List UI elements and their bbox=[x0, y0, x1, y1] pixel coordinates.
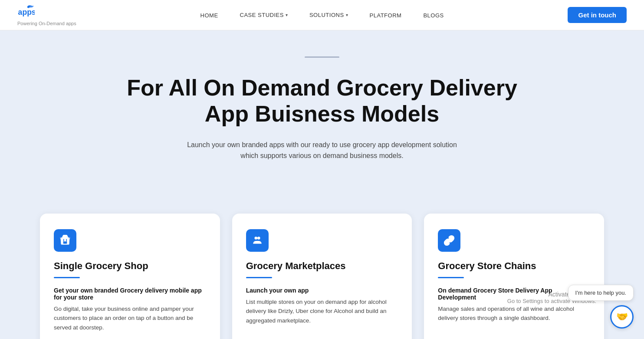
nav-home[interactable]: HOME bbox=[200, 11, 218, 19]
navbar: apps Powering On-Demand apps HOME CASE S… bbox=[0, 0, 644, 30]
chat-bubble: I'm here to help you. bbox=[568, 285, 634, 301]
solutions-chevron-down-icon: ▾ bbox=[346, 13, 348, 17]
card-grocery-marketplaces: Grocery Marketplaces Launch your own app… bbox=[232, 214, 412, 339]
chat-emoji-icon: 🤝 bbox=[616, 311, 628, 323]
nav-links: HOME CASE STUDIES ▾ SOLUTIONS ▾ PLATFORM… bbox=[200, 11, 444, 19]
link-icon-box bbox=[438, 229, 460, 252]
apps-logo-icon: apps bbox=[17, 4, 35, 20]
card-single-grocery-shop: Single Grocery Shop Get your own branded… bbox=[40, 214, 220, 339]
nav-platform-link[interactable]: PLATFORM bbox=[370, 12, 402, 19]
case-studies-chevron-down-icon: ▾ bbox=[286, 13, 288, 17]
svg-point-4 bbox=[257, 237, 260, 240]
svg-text:apps: apps bbox=[18, 8, 35, 16]
logo[interactable]: apps Powering On-Demand apps bbox=[17, 4, 76, 26]
nav-platform[interactable]: PLATFORM bbox=[370, 11, 402, 19]
nav-solutions[interactable]: SOLUTIONS ▾ bbox=[309, 12, 348, 18]
card-single-grocery-shop-title: Single Grocery Shop bbox=[54, 260, 206, 272]
nav-case-studies[interactable]: CASE STUDIES ▾ bbox=[240, 12, 288, 18]
card-grocery-marketplaces-bold: Launch your own app bbox=[246, 287, 398, 294]
chat-widget: I'm here to help you. 🤝 bbox=[568, 285, 634, 329]
svg-point-3 bbox=[254, 237, 257, 240]
logo-image: apps bbox=[17, 4, 35, 20]
nav-home-link[interactable]: HOME bbox=[200, 12, 218, 19]
chat-button[interactable]: 🤝 bbox=[610, 305, 634, 329]
nav-blogs[interactable]: BLOGS bbox=[423, 11, 444, 19]
hero-title: For All On Demand Grocery Delivery App B… bbox=[127, 75, 517, 127]
card-single-grocery-shop-text: Go digital, take your business online an… bbox=[54, 304, 206, 332]
hero-section: For All On Demand Grocery Delivery App B… bbox=[0, 30, 644, 196]
store-icon-box bbox=[54, 229, 76, 252]
hero-divider bbox=[305, 56, 339, 58]
card-grocery-marketplaces-text: List multiple stores on your on demand a… bbox=[246, 297, 398, 326]
nav-solutions-link[interactable]: SOLUTIONS bbox=[309, 12, 344, 18]
people-icon bbox=[252, 235, 263, 246]
card-grocery-store-chains-bold: On demand Grocery Store Delivery App Dev… bbox=[438, 287, 590, 301]
card-single-grocery-shop-underline bbox=[54, 277, 80, 278]
cards-grid: Single Grocery Shop Get your own branded… bbox=[40, 214, 604, 339]
card-grocery-store-chains-title: Grocery Store Chains bbox=[438, 260, 590, 272]
nav-solutions-dropdown[interactable]: SOLUTIONS ▾ bbox=[309, 12, 348, 18]
card-grocery-store-chains-underline bbox=[438, 277, 464, 278]
hero-subtitle: Launch your own branded apps with our re… bbox=[179, 139, 465, 161]
link-icon bbox=[444, 235, 455, 246]
card-grocery-marketplaces-title: Grocery Marketplaces bbox=[246, 260, 398, 272]
nav-case-studies-link[interactable]: CASE STUDIES bbox=[240, 12, 284, 18]
card-grocery-marketplaces-underline bbox=[246, 277, 272, 278]
card-grocery-store-chains-text: Manage sales and operations of all wine … bbox=[438, 304, 590, 323]
get-in-touch-button[interactable]: Get in touch bbox=[568, 7, 627, 23]
people-icon-box bbox=[246, 229, 269, 252]
logo-tagline: Powering On-Demand apps bbox=[17, 21, 76, 26]
card-single-grocery-shop-bold: Get your own branded Grocery delivery mo… bbox=[54, 287, 206, 301]
store-icon bbox=[59, 235, 71, 246]
nav-case-studies-dropdown[interactable]: CASE STUDIES ▾ bbox=[240, 12, 288, 18]
cards-section: Single Grocery Shop Get your own branded… bbox=[0, 196, 644, 339]
nav-blogs-link[interactable]: BLOGS bbox=[423, 12, 444, 19]
svg-rect-2 bbox=[63, 241, 67, 244]
